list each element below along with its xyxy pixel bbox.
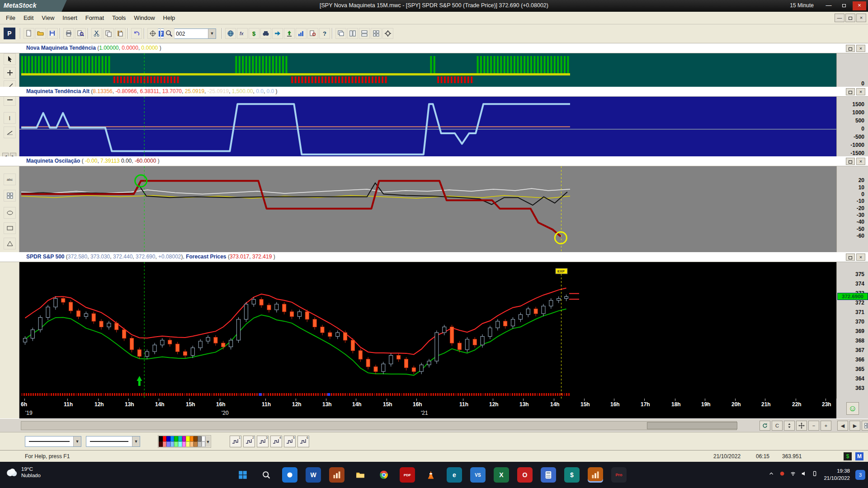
color-swatch[interactable]	[178, 436, 182, 441]
color-swatch[interactable]	[193, 441, 198, 447]
tile-horizontal-button[interactable]	[359, 28, 370, 39]
chart-price[interactable]	[19, 262, 836, 399]
color-swatch[interactable]	[202, 436, 206, 441]
minimize-button[interactable]: —	[822, 1, 835, 10]
zoom-out-button[interactable]: −	[808, 421, 819, 431]
application-button[interactable]: P	[4, 28, 15, 39]
weather-widget[interactable]: 19°C Nublado	[5, 466, 41, 479]
panel-restore-button[interactable]	[846, 158, 855, 165]
phone-icon[interactable]	[812, 471, 818, 479]
start-button[interactable]	[235, 467, 250, 483]
zoom-in-button[interactable]: +	[821, 421, 831, 431]
pan-button[interactable]	[796, 421, 807, 431]
color-swatch[interactable]	[174, 436, 178, 441]
color-swatch[interactable]	[178, 441, 182, 447]
menu-file[interactable]: File	[2, 12, 19, 24]
panel-restore-button[interactable]	[846, 45, 855, 52]
rectangle-tool[interactable]	[4, 222, 16, 234]
crosshair-plus-tool[interactable]	[4, 67, 16, 79]
calculator-app[interactable]	[541, 467, 556, 483]
color-swatch[interactable]	[193, 436, 198, 441]
color-swatch[interactable]	[170, 441, 175, 447]
globe-button[interactable]	[225, 28, 236, 39]
opera-app[interactable]: O	[517, 467, 533, 483]
triangle-tool[interactable]	[4, 238, 16, 249]
excel-app[interactable]: X	[494, 467, 509, 483]
tray-chevron-icon[interactable]	[769, 471, 775, 479]
print-preview-button[interactable]	[75, 28, 86, 39]
vscode-app[interactable]: VS	[470, 467, 486, 483]
mdi-restore-button[interactable]	[845, 14, 855, 22]
scrollbar-thumb[interactable]	[647, 422, 737, 429]
search-button[interactable]	[259, 467, 274, 483]
color-swatch[interactable]	[170, 436, 175, 441]
angle-line-tool[interactable]	[4, 127, 16, 138]
page-layout-button[interactable]	[862, 421, 868, 431]
color-swatch[interactable]	[159, 436, 163, 441]
app-status-icon[interactable]: M	[855, 452, 863, 460]
print-button[interactable]	[63, 28, 74, 39]
dollar-button[interactable]: $	[249, 28, 259, 39]
market-app[interactable]: $	[564, 467, 580, 483]
save-button[interactable]	[47, 28, 58, 39]
word-app[interactable]: W	[306, 467, 321, 483]
copy-button[interactable]	[103, 28, 114, 39]
open-button[interactable]	[35, 28, 46, 39]
notification-badge[interactable]: 3	[855, 470, 865, 480]
color-swatch[interactable]	[186, 436, 190, 441]
chart-tendencia[interactable]	[19, 53, 836, 87]
chart-oscilacao[interactable]	[19, 166, 836, 252]
close-button[interactable]: ×	[853, 1, 866, 10]
color-swatch[interactable]	[182, 441, 186, 447]
tray-alert-icon[interactable]	[779, 471, 786, 479]
tile-grid-button[interactable]	[371, 28, 382, 39]
chart-button[interactable]	[296, 28, 307, 39]
vlc-app[interactable]	[423, 467, 439, 483]
explorer-binoculars-button[interactable]	[260, 28, 271, 39]
refresh-button[interactable]	[760, 421, 770, 431]
menu-format[interactable]: Format	[81, 12, 108, 24]
pdf-app[interactable]: PDF	[400, 467, 415, 483]
clock-widget[interactable]: 19:38 21/10/2022	[824, 468, 850, 482]
chrome-app[interactable]	[376, 467, 392, 483]
color-swatch[interactable]	[186, 441, 190, 447]
go-button[interactable]	[272, 28, 283, 39]
paste-button[interactable]	[115, 28, 126, 39]
dollar-status-icon[interactable]: $	[844, 452, 852, 460]
indicator-fx-button[interactable]: fx	[237, 28, 248, 39]
chevron-down-icon[interactable]: ▼	[132, 436, 140, 446]
mdi-close-button[interactable]: ×	[856, 14, 866, 22]
ellipse-tool[interactable]	[4, 207, 16, 219]
wifi-icon[interactable]	[790, 471, 797, 479]
line-weight-combo[interactable]: ▼	[86, 436, 140, 447]
color-swatch[interactable]	[190, 436, 194, 441]
media-app[interactable]	[282, 467, 297, 483]
panel-close-button[interactable]: ×	[856, 88, 865, 95]
undo-button[interactable]	[131, 28, 142, 39]
grid-tool[interactable]	[4, 190, 16, 202]
pointer-tool[interactable]	[4, 53, 16, 65]
panel-restore-button[interactable]	[846, 253, 855, 261]
menu-insert[interactable]: Insert	[58, 12, 81, 24]
text-tool[interactable]: I	[4, 112, 16, 124]
color-swatch[interactable]	[198, 441, 202, 447]
volume-icon[interactable]	[801, 471, 807, 479]
explorer-app[interactable]	[353, 467, 368, 483]
panel-close-button[interactable]: ×	[856, 158, 865, 165]
scroll-left-button[interactable]: ◀	[837, 421, 848, 431]
help-button[interactable]: ?	[319, 28, 330, 39]
scrollbar-track[interactable]	[21, 421, 737, 430]
chart-preset-4[interactable]: 4	[270, 436, 282, 447]
chart-preset-1[interactable]: 1	[230, 436, 241, 447]
crosshair-button[interactable]	[147, 28, 158, 39]
new-button[interactable]	[24, 28, 34, 39]
color-swatch[interactable]	[163, 436, 167, 441]
tile-vertical-button[interactable]	[347, 28, 358, 39]
scroll-right-button[interactable]: ▶	[849, 421, 860, 431]
panel-close-button[interactable]: ×	[856, 253, 865, 261]
color-swatch[interactable]	[182, 436, 186, 441]
chart-preset-5[interactable]: 5	[284, 436, 296, 447]
upload-button[interactable]	[284, 28, 295, 39]
chart-preset-3[interactable]: 3	[257, 436, 269, 447]
updown-zoom-button[interactable]	[784, 421, 795, 431]
